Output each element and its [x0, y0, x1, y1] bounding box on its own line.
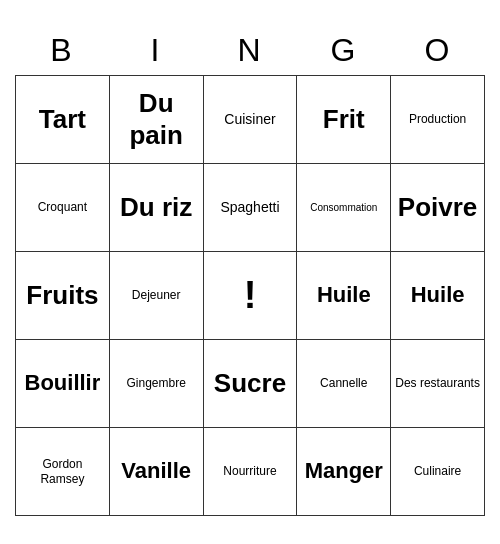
header-letter: B	[15, 32, 109, 69]
bingo-cell: Des restaurants	[391, 340, 485, 428]
cell-text: Gordon Ramsey	[20, 457, 105, 486]
cell-text: Spaghetti	[220, 199, 279, 216]
bingo-cell: Tart	[16, 76, 110, 164]
bingo-cell: Du pain	[110, 76, 204, 164]
bingo-cell: Manger	[297, 428, 391, 516]
cell-text: Vanille	[121, 458, 191, 484]
cell-text: Dejeuner	[132, 288, 181, 302]
bingo-header: BINGO	[15, 28, 485, 75]
bingo-cell: Gingembre	[110, 340, 204, 428]
bingo-cell: Fruits	[16, 252, 110, 340]
cell-text: Manger	[305, 458, 383, 484]
cell-text: Production	[409, 112, 466, 126]
cell-text: Croquant	[38, 200, 87, 214]
bingo-cell: Huile	[297, 252, 391, 340]
cell-text: Consommation	[310, 202, 377, 214]
header-letter: I	[109, 32, 203, 69]
bingo-cell: Frit	[297, 76, 391, 164]
bingo-cell: Sucre	[204, 340, 298, 428]
cell-text: Bouillir	[25, 370, 101, 396]
bingo-cell: Vanille	[110, 428, 204, 516]
bingo-cell: Poivre	[391, 164, 485, 252]
bingo-cell: Croquant	[16, 164, 110, 252]
header-letter: O	[391, 32, 485, 69]
cell-text: Sucre	[214, 368, 286, 399]
bingo-cell: Cuisiner	[204, 76, 298, 164]
bingo-cell: Production	[391, 76, 485, 164]
cell-text: Du riz	[120, 192, 192, 223]
cell-text: Cuisiner	[224, 111, 275, 128]
bingo-cell: Huile	[391, 252, 485, 340]
cell-text: Huile	[411, 282, 465, 308]
cell-text: Des restaurants	[395, 376, 480, 390]
bingo-cell: !	[204, 252, 298, 340]
bingo-cell: Nourriture	[204, 428, 298, 516]
cell-text: Du pain	[114, 88, 199, 150]
bingo-cell: Du riz	[110, 164, 204, 252]
cell-text: Nourriture	[223, 464, 276, 478]
bingo-cell: Dejeuner	[110, 252, 204, 340]
cell-text: Culinaire	[414, 464, 461, 478]
bingo-cell: Gordon Ramsey	[16, 428, 110, 516]
cell-text: Tart	[39, 104, 86, 135]
cell-text: !	[244, 273, 257, 319]
cell-text: Gingembre	[127, 376, 186, 390]
bingo-cell: Bouillir	[16, 340, 110, 428]
bingo-cell: Spaghetti	[204, 164, 298, 252]
bingo-cell: Culinaire	[391, 428, 485, 516]
cell-text: Poivre	[398, 192, 478, 223]
cell-text: Frit	[323, 104, 365, 135]
bingo-cell: Cannelle	[297, 340, 391, 428]
header-letter: N	[203, 32, 297, 69]
header-letter: G	[297, 32, 391, 69]
bingo-grid: TartDu painCuisinerFritProductionCroquan…	[15, 75, 485, 516]
cell-text: Huile	[317, 282, 371, 308]
cell-text: Cannelle	[320, 376, 367, 390]
cell-text: Fruits	[26, 280, 98, 311]
bingo-cell: Consommation	[297, 164, 391, 252]
bingo-card: BINGO TartDu painCuisinerFritProductionC…	[15, 28, 485, 516]
